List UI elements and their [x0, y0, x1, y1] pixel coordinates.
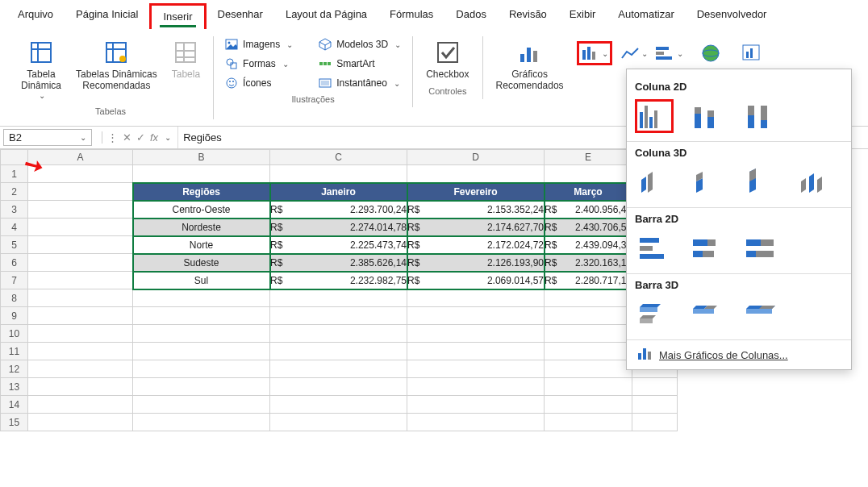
- row-header[interactable]: 5: [1, 236, 28, 254]
- table-header-fev[interactable]: Fevereiro: [407, 183, 545, 201]
- table-cell[interactable]: R$2.069.014,57: [407, 272, 545, 289]
- more-column-charts[interactable]: Mais Gráficos de Colunas...: [635, 343, 843, 366]
- select-all-cell[interactable]: [1, 150, 28, 165]
- menu-arquivo[interactable]: Arquivo: [6, 3, 65, 29]
- svg-rect-14: [231, 63, 236, 69]
- chevron-down-icon: ⌄: [641, 49, 648, 58]
- row-header[interactable]: 1: [1, 165, 28, 183]
- col-header[interactable]: D: [407, 150, 545, 165]
- stacked100-bar-3d[interactable]: [741, 298, 780, 331]
- stacked100-column-3d[interactable]: [741, 165, 780, 199]
- fx-icon[interactable]: fx: [150, 131, 158, 144]
- table-cell[interactable]: R$2.126.193,90: [407, 254, 545, 272]
- map-chart-button[interactable]: [691, 44, 724, 63]
- clustered-bar-3d[interactable]: [635, 298, 674, 331]
- clustered-column-3d[interactable]: [635, 165, 674, 199]
- menu-pagina-inicial[interactable]: Página Inicial: [65, 3, 149, 29]
- table-cell[interactable]: R$2.225.473,74: [270, 236, 407, 254]
- models3d-button[interactable]: Modelos 3D⌄: [315, 36, 404, 52]
- table-cell[interactable]: R$2.400.956,48: [545, 201, 632, 219]
- recommended-charts-button[interactable]: Gráficos Recomendados: [491, 36, 569, 94]
- stacked100-bar-2d[interactable]: [741, 231, 780, 265]
- bar-chart-button[interactable]: ⌄: [656, 45, 683, 61]
- col-header[interactable]: C: [270, 150, 407, 165]
- table-cell[interactable]: R$2.280.717,18: [545, 272, 632, 289]
- table-header-mar[interactable]: Março: [545, 183, 632, 201]
- table-cell[interactable]: R$2.174.627,70: [407, 219, 545, 236]
- more-column-charts-label: Mais Gráficos de Colunas...: [659, 349, 788, 361]
- clustered-bar-2d[interactable]: [635, 231, 674, 265]
- stacked100-column-2d[interactable]: [741, 99, 780, 133]
- menu-desenhar[interactable]: Desenhar: [207, 3, 274, 29]
- icons-button[interactable]: Ícones: [222, 75, 274, 91]
- col-header[interactable]: E: [545, 150, 632, 165]
- stacked-column-3d[interactable]: [688, 165, 727, 199]
- col-header[interactable]: B: [133, 150, 270, 165]
- row-header[interactable]: 12: [1, 360, 28, 378]
- col-header[interactable]: A: [28, 150, 133, 165]
- row-header[interactable]: 4: [1, 219, 28, 236]
- column-3d[interactable]: [795, 165, 833, 199]
- table-cell[interactable]: Sudeste: [133, 254, 270, 272]
- table-cell[interactable]: R$2.430.706,53: [545, 219, 632, 236]
- menu-automatizar[interactable]: Automatizar: [607, 3, 685, 29]
- smartart-button[interactable]: SmartArt: [315, 56, 378, 72]
- table-cell[interactable]: R$2.320.163,10: [545, 254, 632, 272]
- cancel-formula-icon[interactable]: ✕: [123, 131, 131, 144]
- shapes-button[interactable]: Formas⌄: [222, 56, 292, 72]
- table-cell[interactable]: R$2.385.626,14: [270, 254, 407, 272]
- section-coluna-2d: Coluna 2D: [635, 81, 843, 93]
- clustered-column-2d[interactable]: [635, 99, 674, 133]
- line-chart-button[interactable]: ⌄: [620, 45, 648, 61]
- recommended-pivot-button[interactable]: Tabelas Dinâmicas Recomendadas: [71, 36, 162, 94]
- column-chart-button[interactable]: ⌄: [577, 41, 612, 65]
- stacked-bar-3d[interactable]: [688, 298, 727, 331]
- table-cell[interactable]: Nordeste: [133, 219, 270, 236]
- row-header[interactable]: 13: [1, 378, 28, 396]
- row-header[interactable]: 6: [1, 254, 28, 272]
- accept-formula-icon[interactable]: ✓: [136, 131, 145, 144]
- row-header[interactable]: 10: [1, 325, 28, 343]
- table-label: Tabela: [172, 69, 200, 80]
- table-header-jan[interactable]: Janeiro: [270, 183, 407, 201]
- stacked-column-2d[interactable]: [688, 99, 727, 133]
- table-cell[interactable]: R$2.293.700,24: [270, 201, 407, 219]
- row-header[interactable]: 11: [1, 343, 28, 360]
- row-header[interactable]: 15: [1, 414, 28, 431]
- svg-rect-45: [693, 251, 703, 257]
- menu-exibir[interactable]: Exibir: [558, 3, 607, 29]
- checkbox-button[interactable]: Checkbox: [421, 36, 474, 83]
- chevron-down-icon: ⌄: [282, 60, 289, 69]
- menu-inserir[interactable]: Inserir: [149, 3, 206, 29]
- svg-rect-41: [640, 246, 653, 251]
- row-header[interactable]: 7: [1, 272, 28, 289]
- row-header[interactable]: 9: [1, 307, 28, 325]
- table-cell[interactable]: R$2.439.094,38: [545, 236, 632, 254]
- table-cell[interactable]: Norte: [133, 236, 270, 254]
- table-cell[interactable]: R$2.153.352,24: [407, 201, 545, 219]
- table-cell[interactable]: R$2.232.982,75: [270, 272, 407, 289]
- menu-dados[interactable]: Dados: [444, 3, 498, 29]
- screenshot-button[interactable]: Instantâneo⌄: [315, 75, 403, 91]
- stacked-bar-2d[interactable]: [688, 231, 727, 265]
- table-header-regioes[interactable]: Regiões: [133, 183, 270, 201]
- table-button[interactable]: Tabela: [167, 36, 205, 83]
- menu-desenvolvedor[interactable]: Desenvolvedor: [686, 3, 778, 29]
- row-header[interactable]: 3: [1, 201, 28, 219]
- menu-layout[interactable]: Layout da Página: [274, 3, 378, 29]
- grid[interactable]: A B C D E F 1 2 Regiões Janeiro Fevereir…: [0, 149, 678, 431]
- pivot-table-button[interactable]: Tabela Dinâmica⌄: [16, 36, 66, 103]
- table-cell[interactable]: Centro-Oeste: [133, 201, 270, 219]
- menu-formulas[interactable]: Fórmulas: [378, 3, 444, 29]
- table-cell[interactable]: R$2.274.014,78: [270, 219, 407, 236]
- table-cell[interactable]: R$2.172.024,72: [407, 236, 545, 254]
- pivot-chart-button[interactable]: [732, 44, 764, 63]
- table-cell[interactable]: Sul: [133, 272, 270, 289]
- images-button[interactable]: Imagens⌄: [222, 36, 296, 52]
- name-box[interactable]: B2 ⌄: [3, 129, 92, 146]
- menu-revisao[interactable]: Revisão: [498, 3, 558, 29]
- chart-type-buttons: ⌄ ⌄ ⌄: [577, 36, 764, 65]
- row-header[interactable]: 8: [1, 289, 28, 307]
- row-header[interactable]: 2: [1, 183, 28, 201]
- row-header[interactable]: 14: [1, 396, 28, 414]
